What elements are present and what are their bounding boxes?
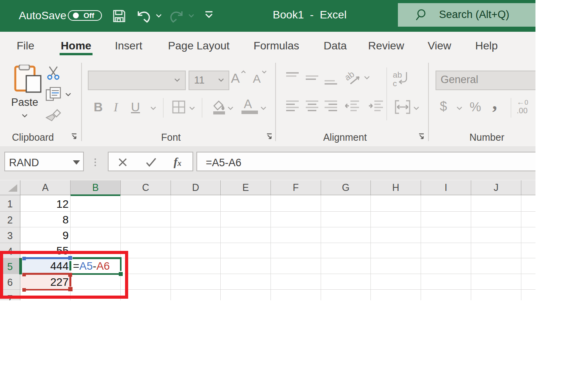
svg-text:ab: ab	[393, 70, 402, 79]
svg-text:c: c	[393, 79, 397, 87]
